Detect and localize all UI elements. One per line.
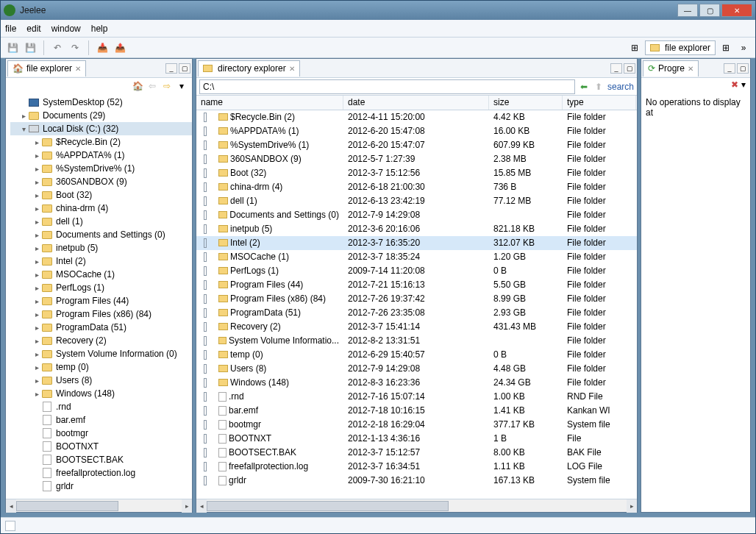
- row-checkbox[interactable]: [204, 182, 207, 192]
- table-row[interactable]: PerfLogs (1)2009-7-14 11:20:080 BFile fo…: [196, 264, 637, 278]
- row-checkbox[interactable]: [204, 210, 207, 220]
- table-row[interactable]: $Recycle.Bin (2)2012-4-11 15:20:004.42 K…: [196, 110, 637, 124]
- tree-item[interactable]: BOOTNXT: [10, 440, 192, 453]
- home-icon[interactable]: 🏠: [132, 80, 143, 92]
- import-icon[interactable]: 📥: [95, 40, 110, 55]
- titlebar[interactable]: Jeelee — ▢ ✕: [1, 1, 755, 20]
- row-checkbox[interactable]: [204, 406, 207, 416]
- row-checkbox[interactable]: [204, 280, 207, 290]
- tree-item[interactable]: BOOTSECT.BAK: [10, 453, 192, 466]
- table-row[interactable]: BOOTSECT.BAK2012-3-7 15:12:578.00 KBBAK …: [196, 446, 637, 460]
- row-checkbox[interactable]: [204, 196, 207, 206]
- menu-file[interactable]: file: [5, 24, 16, 34]
- table-row[interactable]: .rnd2012-7-16 15:07:141.00 KBRND File: [196, 390, 637, 404]
- open-perspective-icon[interactable]: ⊞: [627, 40, 642, 55]
- table-row[interactable]: 360SANDBOX (9)2012-5-7 1:27:392.38 MBFil…: [196, 152, 637, 166]
- menu-help[interactable]: help: [91, 24, 108, 34]
- table-row[interactable]: Program Files (44)2012-7-21 15:16:135.50…: [196, 278, 637, 292]
- minimize-view-button[interactable]: _: [610, 63, 622, 74]
- row-checkbox[interactable]: [204, 224, 207, 234]
- table-row[interactable]: grldr2009-7-30 16:21:10167.13 KBSystem f…: [196, 474, 637, 488]
- tab-file-explorer[interactable]: 🏠 file explorer ✕: [7, 60, 86, 76]
- tree-hscrollbar[interactable]: ◂▸: [6, 499, 192, 512]
- maximize-view-button[interactable]: ▢: [737, 63, 749, 74]
- col-size[interactable]: size: [489, 96, 563, 110]
- tree-item[interactable]: ▸MSOCache (1): [10, 268, 192, 281]
- up-icon[interactable]: ⬆: [593, 81, 605, 93]
- maximize-button[interactable]: ▢: [699, 4, 720, 17]
- save-icon[interactable]: 💾: [5, 40, 20, 55]
- row-checkbox[interactable]: [204, 364, 207, 374]
- row-checkbox[interactable]: [204, 476, 207, 485]
- table-row[interactable]: inetpub (5)2012-3-6 20:16:06821.18 KBFil…: [196, 222, 637, 236]
- table-row[interactable]: Boot (32)2012-3-7 15:12:5615.85 MBFile f…: [196, 166, 637, 180]
- tree-item[interactable]: ▸PerfLogs (1): [10, 281, 192, 294]
- close-icon[interactable]: ✕: [75, 65, 81, 73]
- row-checkbox[interactable]: [204, 168, 207, 178]
- table-row[interactable]: Recovery (2)2012-3-7 15:41:14431.43 MBFi…: [196, 320, 637, 334]
- tree-item[interactable]: ▸inetpub (5): [10, 241, 192, 254]
- tree-item[interactable]: ▸ProgramData (51): [10, 321, 192, 334]
- col-date[interactable]: date: [343, 96, 489, 110]
- tree-item[interactable]: bar.emf: [10, 413, 192, 427]
- row-checkbox[interactable]: [204, 252, 207, 262]
- col-type[interactable]: type: [563, 96, 636, 110]
- row-checkbox[interactable]: [204, 434, 207, 444]
- menu-chevron-icon[interactable]: ▾: [741, 79, 746, 93]
- tab-progress[interactable]: ⟳ Progre ✕: [643, 60, 699, 76]
- tree-item[interactable]: ▾Local Disk (C:) (32): [10, 122, 192, 135]
- table-row[interactable]: BOOTNXT2012-1-13 4:36:161 BFile: [196, 432, 637, 446]
- cancel-icon[interactable]: ✖: [731, 79, 738, 93]
- tree-item[interactable]: ▸Program Files (x86) (84): [10, 307, 192, 321]
- table-row[interactable]: bar.emf2012-7-18 10:16:151.41 KBKankan W…: [196, 404, 637, 418]
- minimize-button[interactable]: —: [677, 4, 698, 17]
- table-row[interactable]: MSOCache (1)2012-3-7 18:35:241.20 GBFile…: [196, 250, 637, 264]
- table-row[interactable]: china-drm (4)2012-6-18 21:00:30736 BFile…: [196, 180, 637, 194]
- minimize-view-button[interactable]: _: [724, 63, 735, 74]
- chevron-right-icon[interactable]: »: [736, 40, 751, 55]
- row-checkbox[interactable]: [204, 448, 207, 458]
- back-icon[interactable]: ⬅: [578, 81, 590, 93]
- close-icon[interactable]: ✕: [688, 65, 693, 73]
- row-checkbox[interactable]: [204, 336, 207, 346]
- perspective-file-explorer[interactable]: file explorer: [645, 40, 716, 55]
- col-name[interactable]: name: [196, 96, 343, 110]
- tree-item[interactable]: ▸dell (1): [10, 215, 192, 228]
- tree-item[interactable]: ▸%APPDATA% (1): [10, 149, 192, 162]
- row-checkbox[interactable]: [204, 266, 207, 276]
- tree-item[interactable]: ▸Windows (148): [10, 387, 192, 400]
- redo-icon[interactable]: ↷: [68, 40, 82, 55]
- table-row[interactable]: dell (1)2012-6-13 23:42:1977.12 MBFile f…: [196, 194, 637, 208]
- row-checkbox[interactable]: [204, 154, 207, 164]
- forward-icon[interactable]: ⇨: [161, 80, 173, 92]
- table-row[interactable]: Users (8)2012-7-9 14:29:084.48 GBFile fo…: [196, 362, 637, 376]
- close-button[interactable]: ✕: [721, 4, 752, 17]
- tree-item[interactable]: freefallprotection.log: [10, 466, 192, 480]
- save-all-icon[interactable]: 💾: [23, 40, 38, 55]
- close-icon[interactable]: ✕: [289, 65, 295, 73]
- undo-icon[interactable]: ↶: [50, 40, 65, 55]
- file-tree[interactable]: SystemDesktop (52)▸Documents (29)▾Local …: [6, 94, 192, 499]
- row-checkbox[interactable]: [204, 140, 207, 150]
- tree-item[interactable]: bootmgr: [10, 427, 192, 440]
- directory-list[interactable]: $Recycle.Bin (2)2012-4-11 15:20:004.42 K…: [196, 110, 637, 499]
- table-row[interactable]: %SystemDrive% (1)2012-6-20 15:47:07607.9…: [196, 138, 637, 152]
- path-input[interactable]: [199, 79, 575, 94]
- dir-hscrollbar[interactable]: ◂▸: [196, 499, 637, 512]
- table-row[interactable]: %APPDATA% (1)2012-6-20 15:47:0816.00 KBF…: [196, 124, 637, 138]
- tree-item[interactable]: ▸Program Files (44): [10, 294, 192, 307]
- row-checkbox[interactable]: [204, 462, 207, 471]
- row-checkbox[interactable]: [204, 308, 207, 318]
- tree-item[interactable]: ▸temp (0): [10, 360, 192, 374]
- row-checkbox[interactable]: [204, 127, 207, 136]
- row-checkbox[interactable]: [204, 420, 207, 430]
- table-row[interactable]: freefallprotection.log2012-3-7 16:34:511…: [196, 460, 637, 474]
- row-checkbox[interactable]: [204, 294, 207, 304]
- maximize-view-button[interactable]: ▢: [179, 63, 190, 74]
- tree-item[interactable]: grldr: [10, 480, 192, 493]
- table-row[interactable]: Program Files (x86) (84)2012-7-26 19:37:…: [196, 292, 637, 306]
- tree-item[interactable]: ▸Documents (29): [10, 109, 192, 122]
- table-row[interactable]: System Volume Informatio...2012-8-2 13:3…: [196, 334, 637, 348]
- row-checkbox[interactable]: [204, 322, 207, 332]
- table-row[interactable]: bootmgr2012-2-18 16:29:04377.17 KBSystem…: [196, 418, 637, 432]
